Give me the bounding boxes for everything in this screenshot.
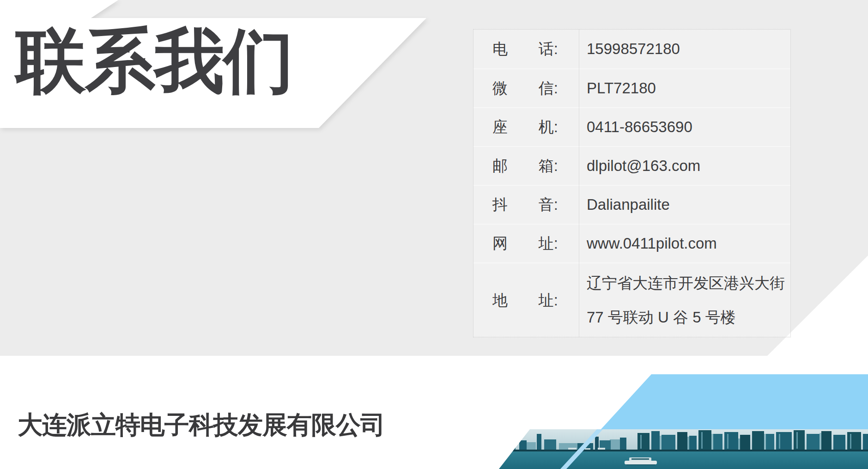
row-value: Dalianpailite xyxy=(579,186,790,224)
row-value: PLT72180 xyxy=(579,69,790,107)
row-value: dlpilot@163.com xyxy=(579,147,790,185)
label-char-right: 音: xyxy=(539,195,558,215)
table-row-email: 邮 箱: dlpilot@163.com xyxy=(473,146,790,185)
column-divider xyxy=(579,30,579,337)
row-value-address: 辽宁省大连市开发区港兴大街 77 号联动 U 谷 5 号楼 xyxy=(579,263,790,338)
row-label: 地 址: xyxy=(473,263,579,338)
table-row-address: 地 址: 辽宁省大连市开发区港兴大街 77 号联动 U 谷 5 号楼 xyxy=(473,262,790,338)
skyline-graphic xyxy=(499,429,868,469)
row-label: 微 信: xyxy=(473,69,579,107)
label-char-right: 机: xyxy=(539,117,558,138)
row-value: 0411-86653690 xyxy=(579,108,790,146)
row-label: 电 话: xyxy=(473,30,579,68)
address-line-2: 77 号联动 U 谷 5 号楼 xyxy=(587,307,736,328)
blue-parallelogram xyxy=(601,374,868,430)
banner-shape: 联系我们 xyxy=(0,0,439,128)
label-char-right: 信: xyxy=(539,78,558,99)
label-char-right: 话: xyxy=(539,39,558,60)
label-char-right: 箱: xyxy=(539,156,558,177)
label-char-left: 抖 xyxy=(492,195,508,215)
row-value: 15998572180 xyxy=(579,30,790,68)
label-char-right: 址: xyxy=(539,233,558,254)
label-char-left: 电 xyxy=(492,39,508,60)
row-value: www.0411pilot.com xyxy=(579,225,790,262)
company-name: 大连派立特电子科技发展有限公司 xyxy=(18,408,385,442)
label-char-left: 网 xyxy=(492,233,508,254)
table-row-douyin: 抖 音: Dalianpailite xyxy=(473,185,790,224)
contact-page: 联系我们 电 话: 15998572180 微 信: PLT72180 座 机:… xyxy=(0,0,868,469)
contact-table: 电 话: 15998572180 微 信: PLT72180 座 机: 0411… xyxy=(473,29,791,337)
label-char-left: 邮 xyxy=(492,156,508,177)
label-char-left: 地 xyxy=(492,290,508,311)
label-char-right: 址: xyxy=(539,290,558,311)
table-row-website: 网 址: www.0411pilot.com xyxy=(473,224,790,262)
label-char-left: 座 xyxy=(492,117,508,138)
table-row-wechat: 微 信: PLT72180 xyxy=(473,68,790,107)
cityscape-photo xyxy=(499,429,868,469)
title-banner: 联系我们 xyxy=(0,0,443,134)
page-title: 联系我们 xyxy=(16,22,293,99)
address-line-1: 辽宁省大连市开发区港兴大街 xyxy=(587,273,785,294)
label-char-left: 微 xyxy=(492,78,508,99)
row-label: 座 机: xyxy=(473,108,579,146)
row-label: 抖 音: xyxy=(473,186,579,224)
table-row-landline: 座 机: 0411-86653690 xyxy=(473,107,790,146)
table-row-phone: 电 话: 15998572180 xyxy=(473,30,790,68)
row-label: 网 址: xyxy=(473,225,579,262)
row-label: 邮 箱: xyxy=(473,147,579,185)
